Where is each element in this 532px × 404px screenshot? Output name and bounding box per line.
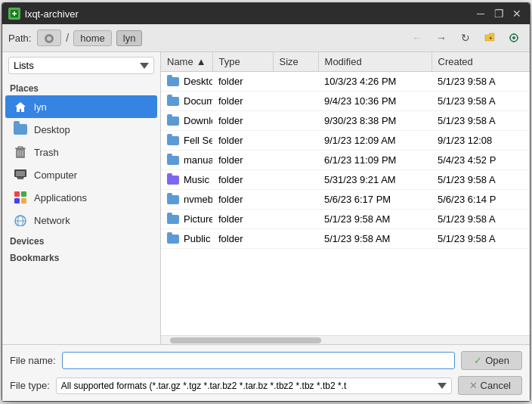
file-cell-name: Music bbox=[161, 170, 212, 189]
trash-icon bbox=[13, 145, 28, 160]
file-cell-type: folder bbox=[212, 151, 273, 169]
col-header-size[interactable]: Size bbox=[274, 52, 319, 71]
file-cell-created: 5/1/23 9:58 A bbox=[431, 170, 530, 189]
col-header-created[interactable]: Created bbox=[432, 52, 530, 71]
network-icon bbox=[13, 213, 28, 228]
table-row[interactable]: nvmebroke folder 5/6/23 6:17 PM 5/6/23 6… bbox=[161, 190, 530, 210]
file-cell-created: 5/4/23 4:52 P bbox=[431, 151, 530, 169]
app-icon bbox=[8, 8, 20, 20]
file-cell-modified: 5/6/23 6:17 PM bbox=[318, 190, 431, 209]
sidebar: Lists Places lyn Desktop bbox=[2, 52, 161, 344]
file-cell-type: folder bbox=[212, 111, 273, 130]
svg-point-2 bbox=[47, 36, 51, 41]
file-cell-name: Desktop bbox=[161, 72, 212, 91]
svg-rect-14 bbox=[14, 191, 20, 197]
table-row[interactable]: Fell Seal folder 9/1/23 12:09 AM 9/1/23 … bbox=[161, 131, 530, 151]
svg-rect-13 bbox=[17, 177, 24, 178]
bookmarks-section-label: Bookmarks bbox=[2, 248, 160, 265]
file-cell-created: 9/1/23 12:08 bbox=[431, 131, 530, 150]
file-cell-modified: 5/1/23 9:58 AM bbox=[318, 229, 431, 248]
hscroll-thumb[interactable] bbox=[170, 337, 321, 343]
path-home-button[interactable]: home bbox=[73, 30, 112, 46]
sidebar-item-applications[interactable]: Applications bbox=[5, 186, 157, 209]
table-row[interactable]: Music folder 5/31/23 9:21 AM 5/1/23 9:58… bbox=[161, 170, 530, 190]
content-area: Lists Places lyn Desktop bbox=[2, 52, 530, 344]
new-folder-button[interactable]: + bbox=[480, 29, 500, 47]
toolbar: Path: / home lyn ← → ↻ + bbox=[2, 24, 530, 52]
svg-point-5 bbox=[512, 36, 515, 39]
filetype-label: File type: bbox=[10, 380, 50, 391]
file-cell-size bbox=[273, 131, 318, 150]
svg-rect-11 bbox=[16, 171, 25, 176]
path-root-button[interactable] bbox=[37, 30, 61, 46]
file-cell-type: folder bbox=[212, 72, 273, 91]
sidebar-dropdown[interactable]: Lists bbox=[8, 57, 154, 74]
devices-section-label: Devices bbox=[2, 232, 160, 248]
forward-button[interactable]: → bbox=[431, 29, 451, 47]
file-list-area: Name ▲ Type Size Modified Created bbox=[161, 52, 530, 344]
table-row[interactable]: Downloads folder 9/30/23 8:38 PM 5/1/23 … bbox=[161, 111, 530, 131]
titlebar-left: lxqt-archiver bbox=[8, 8, 79, 20]
file-cell-name: Pictures bbox=[161, 210, 212, 228]
path-current-button[interactable]: lyn bbox=[116, 30, 143, 46]
open-button[interactable]: ✓ Open bbox=[461, 351, 522, 370]
file-cell-modified: 9/30/23 8:38 PM bbox=[318, 111, 431, 130]
sidebar-item-network-label: Network bbox=[34, 215, 70, 226]
folder-icon bbox=[167, 136, 179, 145]
places-section-label: Places bbox=[2, 79, 160, 95]
file-cell-modified: 10/3/23 4:26 PM bbox=[318, 72, 431, 91]
file-cell-modified: 9/4/23 10:36 PM bbox=[318, 92, 431, 110]
table-row[interactable]: Public folder 5/1/23 9:58 AM 5/1/23 9:58… bbox=[161, 229, 530, 249]
filetype-select[interactable]: All supported formats (*.tar.gz *.tgz *.… bbox=[56, 378, 452, 394]
svg-rect-16 bbox=[14, 198, 20, 204]
path-label: Path: bbox=[8, 33, 31, 44]
cancel-x-icon: ✕ bbox=[469, 380, 478, 391]
col-header-modified[interactable]: Modified bbox=[319, 52, 432, 71]
close-button[interactable]: ✕ bbox=[510, 7, 524, 20]
file-cell-type: folder bbox=[212, 190, 273, 209]
col-header-name[interactable]: Name ▲ bbox=[161, 52, 213, 71]
file-list-body: Desktop folder 10/3/23 4:26 PM 5/1/23 9:… bbox=[161, 72, 530, 335]
file-cell-size bbox=[273, 210, 318, 228]
table-row[interactable]: manual folder 6/1/23 11:09 PM 5/4/23 4:5… bbox=[161, 151, 530, 170]
file-cell-modified: 9/1/23 12:09 AM bbox=[318, 131, 431, 150]
filename-row: File name: ✓ Open bbox=[10, 351, 522, 370]
computer-icon bbox=[13, 167, 28, 182]
main-window: lxqt-archiver ─ ❐ ✕ Path: / home lyn ← →… bbox=[2, 2, 530, 402]
file-cell-size bbox=[273, 111, 318, 130]
bottom-bar: File name: ✓ Open File type: All support… bbox=[2, 344, 530, 401]
desktop-folder-icon bbox=[13, 122, 28, 137]
svg-rect-12 bbox=[17, 178, 23, 179]
filetype-row: File type: All supported formats (*.tar.… bbox=[10, 376, 522, 395]
sidebar-item-network[interactable]: Network bbox=[5, 209, 157, 232]
sidebar-item-desktop[interactable]: Desktop bbox=[5, 118, 157, 141]
horizontal-scrollbar[interactable] bbox=[161, 335, 530, 344]
sidebar-item-lyn[interactable]: lyn bbox=[5, 95, 157, 118]
sidebar-item-trash[interactable]: Trash bbox=[5, 141, 157, 163]
table-row[interactable]: Desktop folder 10/3/23 4:26 PM 5/1/23 9:… bbox=[161, 72, 530, 92]
file-cell-type: folder bbox=[212, 229, 273, 248]
cancel-button[interactable]: ✕ Cancel bbox=[458, 376, 522, 395]
settings-button[interactable] bbox=[504, 29, 524, 47]
file-cell-size bbox=[273, 151, 318, 169]
file-cell-type: folder bbox=[212, 131, 273, 150]
file-cell-name: nvmebroke bbox=[161, 190, 212, 209]
maximize-button[interactable]: ❐ bbox=[492, 7, 506, 20]
titlebar: lxqt-archiver ─ ❐ ✕ bbox=[2, 3, 530, 24]
table-row[interactable]: Documents folder 9/4/23 10:36 PM 5/1/23 … bbox=[161, 92, 530, 111]
folder-icon bbox=[167, 77, 179, 86]
window-title: lxqt-archiver bbox=[25, 8, 79, 20]
folder-icon bbox=[167, 117, 179, 126]
file-cell-type: folder bbox=[212, 210, 273, 228]
svg-rect-15 bbox=[21, 191, 26, 197]
col-header-type[interactable]: Type bbox=[213, 52, 274, 71]
table-row[interactable]: Pictures folder 5/1/23 9:58 AM 5/1/23 9:… bbox=[161, 210, 530, 229]
minimize-button[interactable]: ─ bbox=[474, 7, 487, 20]
folder-icon bbox=[167, 235, 179, 244]
path-sep-1: / bbox=[66, 32, 69, 44]
sidebar-item-computer[interactable]: Computer bbox=[5, 163, 157, 186]
filename-input[interactable] bbox=[62, 352, 455, 369]
back-button[interactable]: ← bbox=[407, 29, 427, 47]
svg-text:+: + bbox=[489, 35, 493, 42]
refresh-button[interactable]: ↻ bbox=[456, 29, 475, 47]
